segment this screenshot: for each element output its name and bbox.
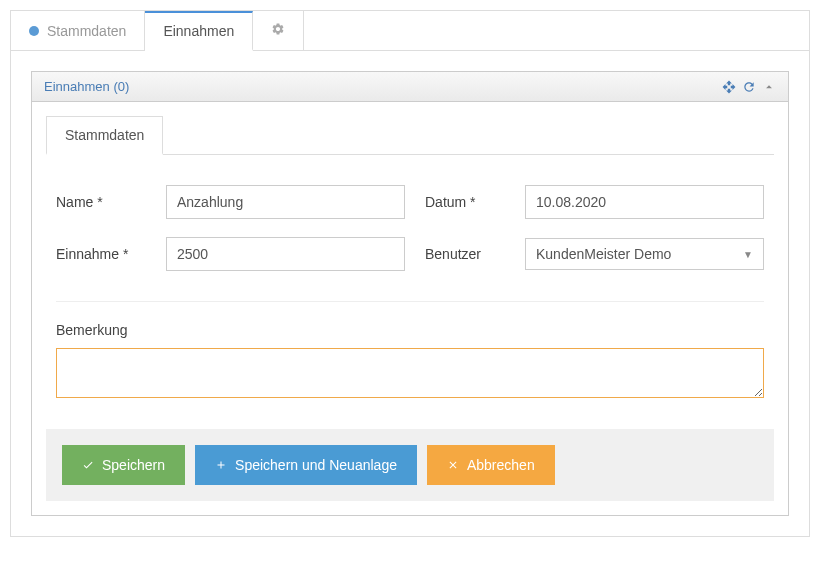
check-icon: [82, 459, 94, 471]
cancel-button[interactable]: Abbrechen: [427, 445, 555, 485]
datum-label: Datum *: [425, 194, 505, 210]
bemerkung-textarea[interactable]: [56, 348, 764, 398]
benutzer-label: Benutzer: [425, 246, 505, 262]
button-label: Speichern: [102, 457, 165, 473]
einnahmen-panel: Einnahmen (0) Stammdaten: [31, 71, 789, 516]
divider: [56, 301, 764, 302]
gear-icon: [271, 22, 285, 39]
panel-title: Einnahmen (0): [44, 79, 129, 94]
main-tabs: Stammdaten Einnahmen: [11, 11, 809, 51]
einnahme-label: Einnahme *: [56, 246, 146, 262]
benutzer-value: KundenMeister Demo: [536, 246, 671, 262]
tab-label: Einnahmen: [163, 23, 234, 39]
benutzer-select[interactable]: KundenMeister Demo ▼: [525, 238, 764, 270]
sub-tab-stammdaten[interactable]: Stammdaten: [46, 116, 163, 155]
save-new-button[interactable]: Speichern und Neuanlage: [195, 445, 417, 485]
name-label: Name *: [56, 194, 146, 210]
collapse-icon[interactable]: [762, 80, 776, 94]
panel-header: Einnahmen (0): [32, 72, 788, 102]
caret-down-icon: ▼: [743, 249, 753, 260]
content-area: Einnahmen (0) Stammdaten: [11, 51, 809, 536]
bemerkung-label: Bemerkung: [56, 322, 764, 338]
button-label: Speichern und Neuanlage: [235, 457, 397, 473]
tab-einnahmen[interactable]: Einnahmen: [145, 11, 253, 51]
bullet-icon: [29, 26, 39, 36]
name-input[interactable]: [166, 185, 405, 219]
save-button[interactable]: Speichern: [62, 445, 185, 485]
button-bar: Speichern Speichern und Neuanlage Abbrec…: [46, 429, 774, 501]
tab-label: Stammdaten: [47, 23, 126, 39]
move-icon[interactable]: [722, 80, 736, 94]
einnahme-input[interactable]: [166, 237, 405, 271]
remark-section: Bemerkung: [46, 322, 774, 401]
main-panel: Stammdaten Einnahmen Einnahmen (0): [10, 10, 810, 537]
button-label: Abbrechen: [467, 457, 535, 473]
panel-actions: [722, 80, 776, 94]
datum-input[interactable]: [525, 185, 764, 219]
sub-tabs: Stammdaten: [46, 116, 774, 155]
sub-tab-label: Stammdaten: [65, 127, 144, 143]
refresh-icon[interactable]: [742, 80, 756, 94]
tab-settings[interactable]: [253, 11, 304, 50]
panel-body: Stammdaten Name * Datum * Einnahme * Ben…: [32, 102, 788, 515]
form-grid: Name * Datum * Einnahme * Benutzer Kunde…: [46, 185, 774, 271]
tab-stammdaten[interactable]: Stammdaten: [11, 11, 145, 50]
close-icon: [447, 459, 459, 471]
plus-icon: [215, 459, 227, 471]
